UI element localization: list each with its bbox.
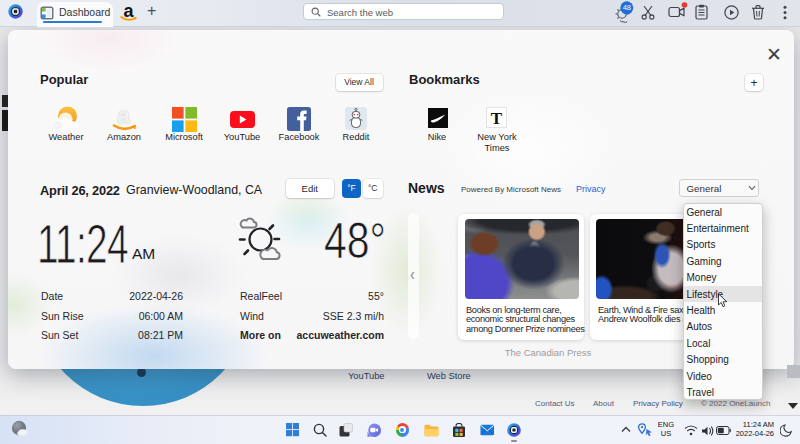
svg-text:a: a bbox=[117, 103, 130, 128]
svg-text:T: T bbox=[491, 109, 503, 128]
svg-text:48: 48 bbox=[623, 3, 631, 12]
svg-text:a: a bbox=[123, 2, 134, 21]
